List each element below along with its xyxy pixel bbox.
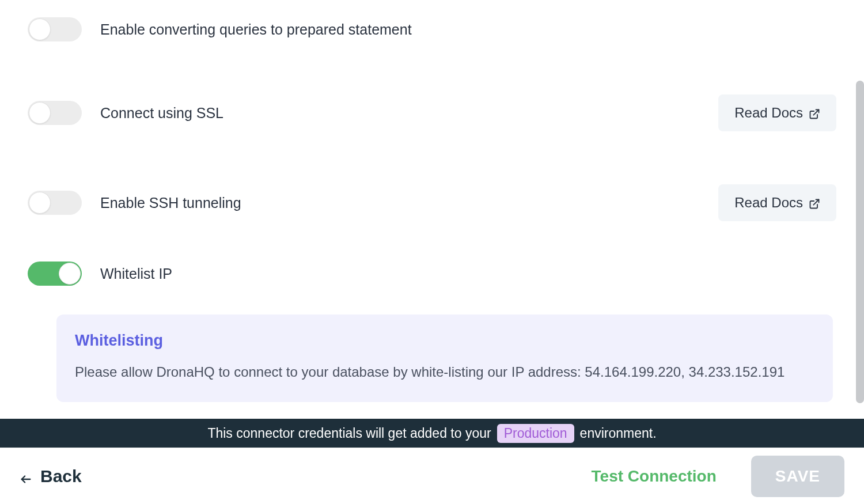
scrollbar[interactable] xyxy=(856,81,864,403)
back-button[interactable]: Back xyxy=(20,467,82,486)
environment-badge: Production xyxy=(497,424,574,443)
setting-row-ssl: Connect using SSL Read Docs xyxy=(28,94,836,131)
info-body: Please allow DronaHQ to connect to your … xyxy=(75,362,814,382)
info-title: Whitelisting xyxy=(75,332,814,350)
test-connection-button[interactable]: Test Connection xyxy=(592,467,717,486)
toggle-label: Enable converting queries to prepared st… xyxy=(100,21,412,38)
button-label: Read Docs xyxy=(734,195,803,211)
setting-row-ssh: Enable SSH tunneling Read Docs xyxy=(28,184,836,221)
save-button[interactable]: SAVE xyxy=(751,456,844,497)
external-link-icon xyxy=(809,197,820,209)
toggle-ssl[interactable] xyxy=(28,101,82,125)
svg-line-0 xyxy=(813,110,818,115)
back-label: Back xyxy=(40,467,82,486)
external-link-icon xyxy=(809,107,820,119)
footer-bar: Back Test Connection SAVE xyxy=(0,448,864,504)
arrow-left-icon xyxy=(20,470,32,483)
toggle-whitelist-ip[interactable] xyxy=(28,262,82,286)
env-text-prefix: This connector credentials will get adde… xyxy=(207,426,491,441)
read-docs-ssl-button[interactable]: Read Docs xyxy=(718,94,836,131)
environment-notice-bar: This connector credentials will get adde… xyxy=(0,419,864,448)
toggle-label: Whitelist IP xyxy=(100,266,172,282)
toggle-label: Connect using SSL xyxy=(100,105,223,122)
settings-panel: Enable converting queries to prepared st… xyxy=(0,0,864,402)
svg-line-1 xyxy=(813,200,818,205)
read-docs-ssh-button[interactable]: Read Docs xyxy=(718,184,836,221)
setting-row-whitelist: Whitelist IP xyxy=(28,262,836,286)
toggle-label: Enable SSH tunneling xyxy=(100,195,241,211)
setting-row-prepared: Enable converting queries to prepared st… xyxy=(28,17,836,41)
toggle-ssh[interactable] xyxy=(28,191,82,215)
button-label: Read Docs xyxy=(734,105,803,121)
toggle-prepared-statement[interactable] xyxy=(28,17,82,41)
whitelisting-info-panel: Whitelisting Please allow DronaHQ to con… xyxy=(56,314,833,402)
env-text-suffix: environment. xyxy=(580,426,657,441)
